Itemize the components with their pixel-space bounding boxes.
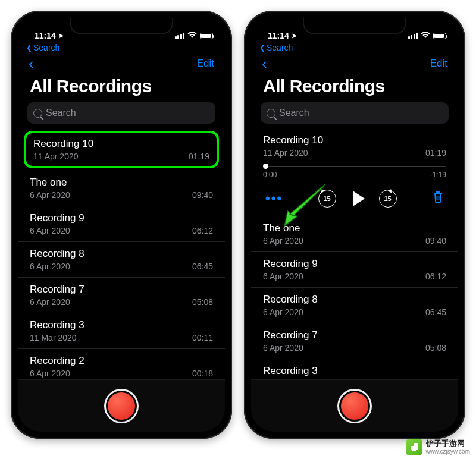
recording-row[interactable]: Recording 7 6 Apr 202005:08: [251, 323, 458, 359]
recording-title: Recording 3: [30, 319, 213, 331]
elapsed-time: 0:00: [263, 171, 277, 179]
recording-duration: 06:12: [425, 272, 446, 281]
phone-left: 11:14 ➤ ❮ Search ‹ Edit All Re: [11, 11, 232, 439]
recording-row[interactable]: Recording 9 6 Apr 202006:12: [251, 252, 458, 288]
wifi-icon: [187, 32, 197, 40]
recording-row[interactable]: The one 6 Apr 202009:40: [18, 171, 225, 206]
watermark-url: www.czjsyw.com: [426, 448, 470, 455]
recording-row[interactable]: The one 6 Apr 202009:40: [251, 216, 458, 252]
recording-date: 6 Apr 2020: [263, 307, 303, 317]
recording-date: 6 Apr 2020: [30, 297, 70, 307]
recording-date: 6 Apr 2020: [30, 369, 70, 378]
more-options-button[interactable]: •••: [265, 192, 283, 205]
back-to-search[interactable]: ❮ Search: [18, 42, 225, 52]
search-icon: [33, 109, 42, 118]
recording-date: 11 Apr 2020: [33, 152, 79, 161]
location-icon: ➤: [58, 32, 64, 40]
back-label: Search: [33, 43, 60, 52]
recording-duration: 05:08: [425, 343, 446, 353]
recording-title: Recording 9: [30, 212, 213, 224]
wifi-icon: [421, 32, 430, 40]
recording-date: 6 Apr 2020: [263, 236, 303, 246]
recording-date: 11 Apr 2020: [263, 148, 308, 158]
recording-title: Recording 10: [33, 138, 209, 150]
recording-title: Recording 8: [30, 248, 213, 260]
recording-date: 11 Mar 2020: [30, 333, 77, 342]
recording-duration: 05:08: [192, 297, 213, 307]
record-button[interactable]: [104, 389, 139, 423]
chevron-left-icon: ❮: [259, 43, 265, 52]
recording-row[interactable]: Recording 7 6 Apr 202005:08: [18, 278, 225, 313]
back-label: Search: [267, 43, 293, 52]
recording-duration: 06:45: [192, 262, 213, 271]
recording-duration: 01:19: [189, 152, 209, 161]
recording-title: The one: [30, 177, 213, 188]
skip-seconds-label: 15: [384, 195, 391, 202]
search-placeholder: Search: [279, 108, 443, 118]
recordings-list: Recording 10 11 Apr 2020 01:19 The one 6…: [18, 128, 225, 379]
battery-icon: [200, 33, 213, 39]
page-title: All Recordings: [251, 71, 458, 102]
search-input[interactable]: Search: [27, 102, 215, 124]
cellular-icon: [175, 33, 185, 39]
recording-title: Recording 3: [263, 365, 446, 377]
recording-title: The one: [263, 222, 446, 234]
scrubber-track[interactable]: [263, 166, 446, 167]
status-time: 11:14: [268, 31, 289, 40]
recording-duration: 00:11: [192, 333, 213, 342]
location-icon: ➤: [292, 32, 297, 40]
footer: [18, 379, 225, 432]
recording-row[interactable]: Recording 3 11 Mar 202000:11: [18, 313, 225, 349]
expanded-recording[interactable]: Recording 10 11 Apr 2020 01:19 0:00 -1:1…: [251, 128, 458, 216]
record-icon: [108, 392, 135, 420]
recording-duration: 06:45: [425, 307, 446, 317]
skip-seconds-label: 15: [323, 195, 330, 202]
play-button[interactable]: [353, 191, 365, 206]
record-button[interactable]: [337, 389, 372, 423]
search-input[interactable]: Search: [261, 102, 449, 124]
notch: [71, 18, 172, 33]
recording-duration: 00:18: [192, 369, 213, 378]
page-title: All Recordings: [18, 71, 225, 102]
remaining-time: -1:19: [430, 171, 446, 179]
status-time: 11:14: [35, 31, 56, 40]
skip-back-15-button[interactable]: 15: [318, 190, 336, 208]
recording-duration: 09:40: [425, 236, 446, 246]
recording-title: Recording 10: [263, 134, 446, 146]
recording-row[interactable]: Recording 10 11 Apr 2020 01:19: [24, 131, 219, 168]
watermark-logo-icon: [406, 439, 422, 455]
recording-row[interactable]: Recording 2 6 Apr 202000:18: [18, 349, 225, 379]
recording-date: 6 Apr 2020: [30, 190, 70, 200]
edit-button[interactable]: Edit: [430, 58, 447, 70]
recording-title: Recording 7: [263, 329, 446, 341]
recording-row[interactable]: Recording 8 6 Apr 202006:45: [251, 288, 458, 323]
skip-forward-15-button[interactable]: 15: [379, 190, 397, 208]
recordings-list: Recording 10 11 Apr 2020 01:19 0:00 -1:1…: [251, 128, 458, 379]
recording-date: 6 Apr 2020: [30, 226, 70, 235]
recording-date: 6 Apr 2020: [30, 262, 70, 271]
recording-row[interactable]: Recording 9 6 Apr 202006:12: [18, 206, 225, 242]
nav-back-button[interactable]: ‹: [29, 56, 34, 71]
recording-duration: 01:19: [425, 148, 446, 158]
battery-icon: [433, 33, 446, 39]
edit-button[interactable]: Edit: [197, 58, 214, 70]
recording-row[interactable]: Recording 3: [251, 359, 458, 379]
delete-button[interactable]: [432, 190, 444, 207]
record-icon: [341, 392, 368, 420]
recording-date: 6 Apr 2020: [263, 272, 303, 281]
watermark-title: 铲子手游网: [426, 439, 470, 448]
notch: [304, 18, 405, 33]
chevron-left-icon: ❮: [26, 43, 32, 52]
search-icon: [267, 109, 275, 118]
watermark: 铲子手游网 www.czjsyw.com: [406, 439, 470, 455]
search-placeholder: Search: [46, 108, 209, 118]
recording-title: Recording 9: [263, 258, 446, 270]
recording-duration: 09:40: [192, 190, 213, 200]
nav-back-button[interactable]: ‹: [262, 56, 267, 71]
footer: [251, 379, 458, 432]
scrubber-handle-icon[interactable]: [263, 164, 268, 169]
recording-row[interactable]: Recording 8 6 Apr 202006:45: [18, 242, 225, 278]
back-to-search[interactable]: ❮ Search: [251, 42, 458, 52]
recording-title: Recording 7: [30, 284, 213, 295]
phone-right: 11:14 ➤ ❮ Search ‹ Edit All Re: [244, 11, 465, 439]
